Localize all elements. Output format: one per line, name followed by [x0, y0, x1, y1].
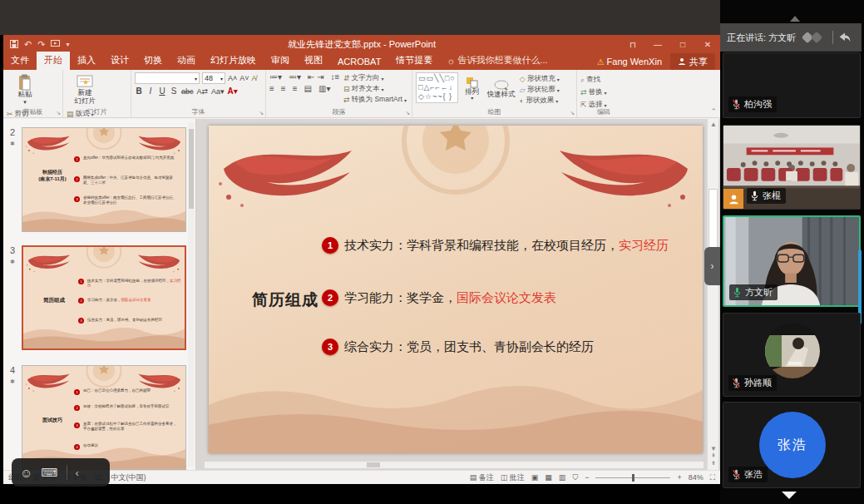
tab-storyboard[interactable]: 情节提要	[388, 52, 440, 70]
italic-button[interactable]: I	[146, 86, 155, 96]
shadow-button[interactable]: S	[170, 86, 178, 96]
account-label[interactable]: ⚠ Fang WenXin	[597, 57, 662, 67]
tab-acrobat[interactable]: ACROBAT	[330, 54, 388, 70]
change-case-button[interactable]: Aa▾	[211, 87, 225, 96]
thumbnail-slide-2[interactable]: 秋招经历 (南京7-11月) 1 意向offer：华为面试和凌云存储大数据部门 …	[22, 127, 186, 232]
keyboard-icon[interactable]: ⌨	[41, 466, 57, 479]
tell-me-box[interactable]: ☼告诉我你想要做什么...	[440, 52, 554, 70]
undo-icon[interactable]: ↶	[24, 39, 32, 50]
back-arrow-icon[interactable]	[838, 32, 852, 43]
close-button[interactable]: ✕	[695, 35, 720, 53]
zoom-in-icon[interactable]: +	[677, 473, 681, 482]
collapse-pill-icon[interactable]: ‹	[76, 467, 79, 479]
tab-review[interactable]: 审阅	[264, 52, 297, 70]
notes-toggle[interactable]: ▤ 备注	[470, 472, 494, 483]
maximize-button[interactable]: □	[670, 35, 695, 53]
slideshow-view-icon[interactable]: ⛉	[572, 473, 578, 482]
tab-slideshow[interactable]: 幻灯片放映	[203, 52, 264, 70]
normal-view-icon[interactable]: ▣	[531, 473, 539, 482]
slide-canvas[interactable]: 简历组成 1 技术实力：学科背景和编程技能，在校项目经历，实习经历 2 学习能力…	[209, 126, 703, 453]
ribbon-display-icon[interactable]: ⊓	[620, 35, 645, 53]
tab-animations[interactable]: 动画	[170, 52, 203, 70]
language-label[interactable]: 中文(中国)	[111, 472, 146, 483]
tab-file[interactable]: 文件	[3, 52, 37, 70]
font-color-button[interactable]: A▾	[228, 86, 238, 96]
share-button[interactable]: 共享	[670, 53, 715, 70]
participant-tile[interactable]: 柏沟强	[723, 52, 861, 118]
qat-dropdown-icon[interactable]: ▾	[66, 41, 69, 48]
new-slide-button[interactable]: 新建 幻灯片	[67, 72, 103, 107]
fit-to-window-icon[interactable]: ⛶	[710, 473, 715, 482]
shape-effects-button[interactable]: ◐形状效果▾	[520, 96, 560, 106]
participant-tile[interactable]: 孙路顺	[723, 313, 861, 397]
thumbnail-slide-3-selected[interactable]: 简历组成 1 技术实力：学科背景和编程技能，在校项目经历，实习经历 2 学习能力…	[22, 245, 186, 350]
clipboard-dialog-launcher[interactable]: ↘	[56, 110, 61, 116]
next-slide-icon[interactable]: ⇟	[708, 460, 719, 467]
shape-outline-button[interactable]: ▱形状轮廓▾	[520, 85, 560, 95]
tab-transitions[interactable]: 切换	[136, 52, 170, 70]
align-left-icon[interactable]: ≡	[269, 84, 274, 93]
reading-view-icon[interactable]: ▥	[559, 473, 566, 482]
drawing-dialog-launcher[interactable]: ↘	[570, 110, 575, 116]
participant-tile[interactable]: 张棍	[723, 125, 861, 210]
align-text-button[interactable]: ⊟对齐文本▾	[343, 84, 407, 94]
underline-button[interactable]: U	[158, 86, 166, 96]
align-right-icon[interactable]: ≡	[293, 84, 298, 93]
shapes-gallery[interactable]: ▭▭╲╲□○□△⌐⌐←↓◇☆~~{ }	[416, 72, 458, 103]
scroll-up-icon[interactable]: ▲	[708, 121, 719, 128]
clear-format-icon[interactable]: A̸	[252, 74, 257, 82]
zoom-out-icon[interactable]: −	[585, 473, 589, 482]
columns-icon[interactable]: ▥▾	[318, 84, 330, 93]
font-size-combo[interactable]: 48▾	[202, 72, 225, 84]
shape-fill-button[interactable]: ◇形状填充▾	[520, 74, 560, 84]
align-center-icon[interactable]: ≡	[281, 84, 286, 93]
slide-vertical-scrollbar[interactable]: ▲ ▼ ⇞ ⇟	[707, 119, 718, 470]
bold-button[interactable]: B	[135, 86, 143, 96]
font-name-combo[interactable]: ▾	[135, 72, 200, 84]
previous-slide-icon[interactable]: ⇞	[708, 452, 719, 459]
thumbnail-slide-4[interactable]: 面试技巧 1 知己：自己定位心理承受力，自己的期望 2 知彼：学校能提供了解面试…	[22, 365, 186, 470]
quick-styles-button[interactable]: 快速样式	[486, 72, 516, 106]
indent-icons[interactable]: ⇤ ⇥	[308, 72, 324, 82]
strikethrough-button[interactable]: abc	[181, 87, 194, 96]
bullets-icon[interactable]: ≔▾	[269, 72, 282, 82]
grow-font-icon[interactable]: A˄	[228, 74, 237, 82]
slide-title[interactable]: 简历组成	[252, 289, 318, 311]
replace-button[interactable]: ⇄替换▾	[580, 87, 607, 97]
shrink-font-icon[interactable]: A˅	[239, 74, 249, 82]
arrange-button[interactable]: 排列▾	[462, 72, 483, 106]
tab-view[interactable]: 视图	[297, 52, 330, 70]
thumbnail-scrollbar[interactable]	[188, 122, 195, 467]
tab-design[interactable]: 设计	[103, 52, 136, 70]
redo-icon[interactable]: ↷	[37, 39, 45, 50]
font-dialog-launcher[interactable]: ↘	[259, 110, 264, 116]
comments-toggle[interactable]: ◫ 批注	[501, 472, 525, 483]
slide-horizontal-scrollbar[interactable]	[205, 462, 704, 468]
line-spacing-icon[interactable]: ↕≡	[331, 72, 340, 82]
smartart-button[interactable]: ⇄转换为 SmartArt▾	[343, 95, 407, 105]
scroll-down-triangle-icon[interactable]	[782, 492, 797, 499]
numbering-icon[interactable]: ≕▾	[289, 72, 301, 82]
char-spacing-button[interactable]: A⇄	[197, 87, 209, 96]
paragraph-dialog-launcher[interactable]: ↘	[405, 110, 410, 116]
participant-tile[interactable]: 张浩 张浩	[723, 402, 861, 488]
slide-sorter-icon[interactable]: ▦	[545, 473, 552, 482]
scroll-up-triangle-icon[interactable]	[790, 16, 800, 22]
tab-home[interactable]: 开始	[37, 52, 70, 70]
zoom-level[interactable]: 84%	[689, 473, 704, 482]
slide-bullet-3[interactable]: 3 综合实力：党员，团支书、青协副会长的经历	[322, 338, 594, 355]
minimize-button[interactable]: —	[645, 35, 670, 53]
save-icon[interactable]	[10, 40, 18, 48]
emoji-reaction-icon[interactable]: ☺	[20, 466, 32, 480]
text-direction-button[interactable]: ⇵文字方向▾	[343, 73, 407, 83]
slide-bullet-1[interactable]: 1 技术实力：学科背景和编程技能，在校项目经历，实习经历	[322, 237, 669, 254]
participant-tile-active-speaker[interactable]: 方文昕	[723, 215, 861, 307]
justify-icon[interactable]: ▤	[304, 84, 312, 93]
paste-button[interactable]: 粘贴▾	[7, 72, 43, 107]
tab-insert[interactable]: 插入	[70, 52, 103, 70]
zoom-slider[interactable]	[595, 477, 670, 478]
collapse-ribbon-icon[interactable]: ⌃	[710, 107, 717, 116]
sidebar-collapse-handle[interactable]: ›	[704, 247, 720, 285]
find-button[interactable]: ⌕查找	[580, 75, 607, 85]
start-slideshow-icon[interactable]	[51, 40, 60, 48]
